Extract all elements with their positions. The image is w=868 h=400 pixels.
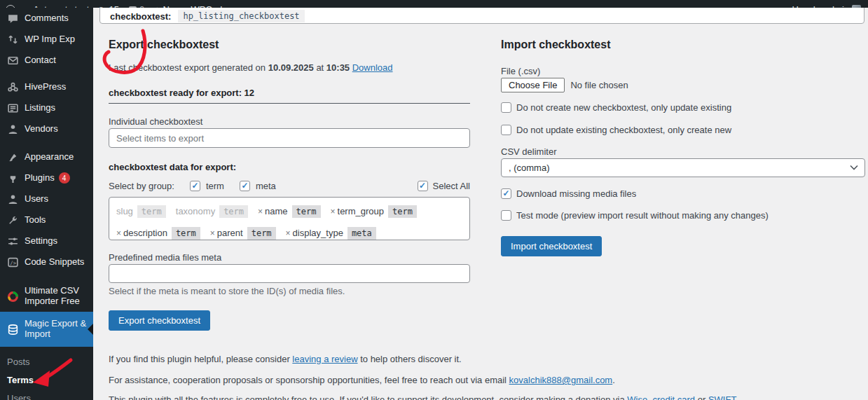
swift-link[interactable]: SWIFT <box>708 394 736 400</box>
field-chip-parent: ×parentterm <box>210 226 276 240</box>
site-name-menu[interactable]: ⌂Autoparts test <box>25 4 89 8</box>
field-chip-slug: slugterm <box>116 204 166 219</box>
file-label: File (.csv) <box>501 66 540 76</box>
sidebar-item-vendors[interactable]: Vendors <box>0 118 93 139</box>
import-section: Import checkboxtest File (.csv) Choose F… <box>501 8 865 27</box>
sidebar-item-wp-imp-exp[interactable]: WP Imp Exp <box>0 29 93 50</box>
sidebar-item-label: Listings <box>25 103 55 113</box>
new-label: New <box>163 4 181 8</box>
database-icon <box>6 324 20 336</box>
remove-chip-icon[interactable]: × <box>210 228 215 238</box>
no-update-checkbox[interactable] <box>501 125 511 135</box>
admin-sidebar: CommentsWP Imp ExpContactHivePressListin… <box>0 8 93 400</box>
plugins-count-badge: 4 <box>59 172 70 184</box>
data-for-export-label: checkboxtest data for export: <box>109 162 236 172</box>
submenu-item-terms[interactable]: Terms <box>0 371 93 389</box>
sidebar-item-code-snippets[interactable]: />Code Snippets <box>0 251 93 273</box>
export-button[interactable]: Export checkboxtest <box>109 310 210 331</box>
site-name-label: Autoparts test <box>33 4 89 8</box>
test-mode-option: Test mode (preview import result without… <box>501 210 769 221</box>
comments-menu[interactable]: 0 <box>129 4 144 8</box>
wordpress-logo-icon[interactable]: W <box>6 5 15 8</box>
select-all-label[interactable]: Select All <box>433 181 470 191</box>
review-suffix: to help others discover it. <box>360 354 462 364</box>
submenu-item-users[interactable]: Users <box>0 389 93 400</box>
sidebar-item-comments[interactable]: Comments <box>0 8 93 29</box>
sidebar-item-label: Comments <box>25 13 69 24</box>
group-term-label[interactable]: term <box>206 181 224 191</box>
admin-top-bar: W ⌂Autoparts test ↻15 0 +New WPCode Howd… <box>0 0 868 8</box>
sidebar-item-tools[interactable]: Tools <box>0 209 93 230</box>
csv-importer-icon <box>6 291 20 303</box>
sidebar-item-users[interactable]: Users <box>0 188 93 209</box>
remove-chip-icon[interactable]: × <box>116 228 121 238</box>
choose-file-button[interactable]: Choose File <box>501 78 565 92</box>
listings-icon <box>6 102 20 114</box>
chip-field-name: display_type <box>293 228 343 238</box>
sliders-icon <box>6 235 20 247</box>
group-meta-label[interactable]: meta <box>256 181 276 191</box>
select-all-checkbox[interactable] <box>418 181 428 191</box>
chip-group-badge: meta <box>347 227 376 240</box>
review-prefix: If you find this plugin helpful, please … <box>109 354 290 364</box>
import-title: Import checkboxtest <box>501 39 610 51</box>
howdy-admin-menu[interactable]: Howdy, admin <box>792 4 861 8</box>
sidebar-item-listings[interactable]: Listings <box>0 97 93 118</box>
sidebar-item-magic-export-import[interactable]: Magic Export & Import <box>0 312 93 347</box>
group-meta-checkbox[interactable] <box>240 181 250 191</box>
last-export-line: Last checkboxtest export generated on 10… <box>109 62 393 73</box>
home-icon: ⌂ <box>25 5 30 8</box>
no-create-checkbox[interactable] <box>501 102 511 113</box>
donate-suffix: . <box>736 394 738 400</box>
sidebar-item-appearance[interactable]: Appearance <box>0 146 93 167</box>
email-link[interactable]: kovalchik888@gmail.com <box>509 375 613 385</box>
no-create-label[interactable]: Do not create new checkboxtest, only upd… <box>516 102 731 113</box>
checkboxtest-field-value[interactable]: hp_listing_checkboxtest <box>178 10 304 22</box>
field-chip-display_type: ×display_typemeta <box>286 226 376 240</box>
last-export-time: 10:35 <box>326 62 350 73</box>
person-icon <box>6 123 20 135</box>
no-update-label[interactable]: Do not update existing checkboxtest, onl… <box>516 125 731 135</box>
updates-icon: ↻ <box>99 5 106 8</box>
group-term-checkbox[interactable] <box>190 181 200 191</box>
sidebar-item-plugins[interactable]: Plugins4 <box>0 167 93 188</box>
import-export-icon <box>6 34 20 46</box>
avatar <box>852 5 861 8</box>
chip-group-badge: term <box>388 205 417 218</box>
test-mode-label[interactable]: Test mode (preview import result without… <box>516 210 769 221</box>
updates-menu[interactable]: ↻15 <box>99 4 119 8</box>
media-meta-input[interactable] <box>109 264 470 283</box>
sidebar-item-hivepress[interactable]: HivePress <box>0 76 93 97</box>
ready-for-export-line: checkboxtest ready for export: 12 <box>109 88 254 98</box>
export-fields-chips-box[interactable]: slugtermtaxonomyterm×nameterm×term_group… <box>109 197 470 240</box>
remove-chip-icon[interactable]: × <box>286 228 291 238</box>
sidebar-item-ultimate-csv-importer-free[interactable]: Ultimate CSV Importer Free <box>0 281 93 312</box>
download-link[interactable]: Download <box>352 62 393 73</box>
file-input-row: Choose File No file chosen <box>501 78 628 92</box>
wise-link[interactable]: Wise, credit card <box>627 394 695 400</box>
chip-group-badge: term <box>137 205 166 218</box>
import-button[interactable]: Import checkboxtest <box>501 236 602 256</box>
download-media-checkbox[interactable] <box>501 188 511 199</box>
new-content-menu[interactable]: +New <box>154 4 181 8</box>
download-media-label[interactable]: Download missing media files <box>516 188 636 199</box>
contact-suffix: . <box>612 375 615 385</box>
sidebar-item-settings[interactable]: Settings <box>0 230 93 251</box>
review-line: If you find this plugin helpful, please … <box>109 354 462 364</box>
sidebar-item-contact[interactable]: Contact <box>0 50 93 71</box>
sidebar-item-label: Code Snippets <box>25 257 84 268</box>
sidebar-item-label: Magic Export & Import <box>25 319 89 340</box>
submenu-item-posts[interactable]: Posts <box>0 352 93 371</box>
review-link[interactable]: leaving a review <box>292 354 357 364</box>
test-mode-checkbox[interactable] <box>501 210 511 221</box>
csv-delimiter-label: CSV delimiter <box>501 146 556 157</box>
export-title: Export checkboxtest <box>109 39 219 51</box>
mail-icon <box>6 55 20 67</box>
comment-bubble-icon <box>129 6 137 8</box>
chevron-down-icon <box>850 165 858 170</box>
wpcode-menu[interactable]: WPCode <box>191 4 227 8</box>
remove-chip-icon[interactable]: × <box>258 207 263 216</box>
individual-select-input[interactable] <box>109 128 470 148</box>
remove-chip-icon[interactable]: × <box>331 207 336 216</box>
csv-delimiter-select[interactable]: , (comma) <box>501 158 865 177</box>
